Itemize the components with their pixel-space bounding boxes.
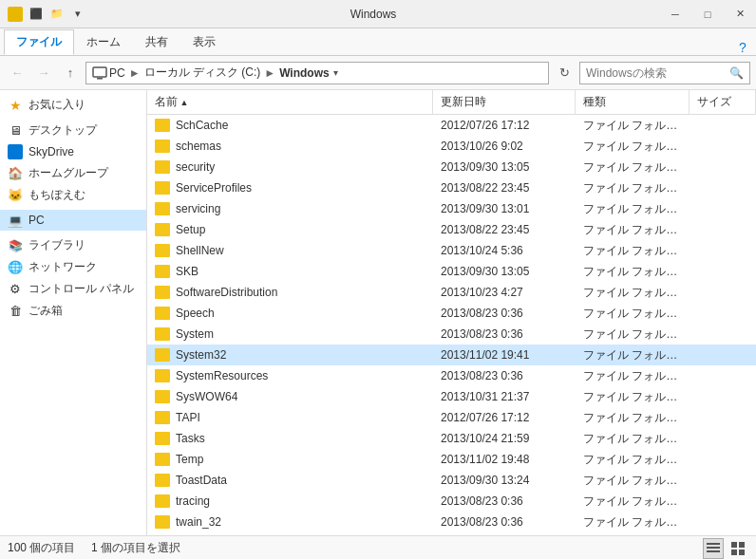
svg-rect-7 (731, 550, 737, 555)
table-row[interactable]: ServiceProfiles 2013/08/22 23:45 ファイル フォ… (147, 177, 756, 198)
folder-icon (155, 140, 170, 153)
file-cell-type: ファイル フォルダー (576, 159, 690, 176)
skydrive-icon (8, 144, 23, 159)
sidebar-item-trash-label: ごみ箱 (28, 303, 63, 319)
svg-rect-5 (731, 542, 737, 548)
maximize-button[interactable]: □ (691, 0, 724, 28)
folder-icon (155, 202, 170, 215)
control-panel-icon (8, 282, 23, 297)
table-row[interactable]: vpnplugins 2013/08/23 0:36 ファイル フォルダー (147, 532, 756, 535)
table-row[interactable]: schemas 2013/10/26 9:02 ファイル フォルダー (147, 136, 756, 157)
tab-view[interactable]: 表示 (180, 29, 228, 55)
minimize-button[interactable]: ─ (659, 0, 691, 28)
sidebar-item-control-panel[interactable]: コントロール パネル (0, 278, 146, 300)
refresh-button[interactable]: ↻ (553, 62, 576, 84)
table-row[interactable]: Setup 2013/08/22 23:45 ファイル フォルダー (147, 219, 756, 240)
sidebar-item-pc-label: PC (28, 214, 45, 227)
sidebar-item-homegroup[interactable]: ホームグループ (0, 162, 146, 184)
file-cell-type: ファイル フォルダー (576, 431, 690, 447)
trash-icon (8, 304, 23, 319)
sidebar-item-pc[interactable]: PC (0, 210, 146, 231)
sidebar-item-skydrive[interactable]: SkyDrive (0, 141, 146, 162)
table-row[interactable]: Tasks 2013/10/24 21:59 ファイル フォルダー (147, 428, 756, 449)
path-segment-windows[interactable]: Windows (279, 66, 330, 80)
library-icon (8, 238, 23, 253)
file-cell-name: System32 (147, 348, 433, 362)
table-row[interactable]: SchCache 2012/07/26 17:12 ファイル フォルダー (147, 115, 756, 136)
file-cell-name: Speech (147, 307, 433, 320)
table-row[interactable]: Speech 2013/08/23 0:36 ファイル フォルダー (147, 303, 756, 324)
pc-path-icon (92, 65, 107, 81)
table-row[interactable]: ToastData 2013/09/30 13:24 ファイル フォルダー (147, 470, 756, 491)
table-row[interactable]: System32 2013/11/02 19:41 ファイル フォルダー (147, 345, 756, 365)
file-cell-type: ファイル フォルダー (576, 285, 690, 301)
sidebar-item-favorites[interactable]: お気に入り (0, 94, 146, 116)
path-segment-drive[interactable]: ローカル ディスク (C:) (144, 65, 261, 81)
table-row[interactable]: security 2013/09/30 13:05 ファイル フォルダー (147, 157, 756, 177)
search-icon[interactable]: 🔍 (729, 66, 744, 80)
folder-icon (155, 515, 170, 529)
svg-rect-2 (707, 543, 720, 545)
svg-rect-8 (739, 550, 745, 555)
search-input[interactable] (586, 66, 729, 80)
file-list[interactable]: SchCache 2012/07/26 17:12 ファイル フォルダー sch… (147, 115, 756, 535)
ribbon-tabs: ファイル ホーム 共有 表示 ? (0, 28, 756, 55)
table-row[interactable]: twain_32 2013/08/23 0:36 ファイル フォルダー (147, 512, 756, 532)
status-view-controls (703, 538, 748, 559)
qat-newfolder-button[interactable]: 📁 (47, 5, 66, 24)
column-header-type[interactable]: 種類 (576, 90, 690, 114)
sidebar-item-network[interactable]: ネットワーク (0, 256, 146, 278)
column-header-name[interactable]: 名前 (147, 90, 433, 114)
column-header-date[interactable]: 更新日時 (433, 90, 576, 114)
svg-rect-0 (93, 67, 106, 77)
file-cell-name: tracing (147, 494, 433, 508)
file-cell-type: ファイル フォルダー (576, 306, 690, 322)
back-button[interactable]: ← (6, 62, 28, 84)
table-row[interactable]: servicing 2013/09/30 13:01 ファイル フォルダー (147, 198, 756, 219)
table-row[interactable]: SoftwareDistribution 2013/10/23 4:27 ファイ… (147, 282, 756, 303)
table-row[interactable]: SysWOW64 2013/10/31 21:37 ファイル フォルダー (147, 386, 756, 407)
table-row[interactable]: ShellNew 2013/10/24 5:36 ファイル フォルダー (147, 240, 756, 261)
tile-view-button[interactable] (728, 538, 748, 559)
tab-file[interactable]: ファイル (4, 29, 74, 55)
table-row[interactable]: SKB 2013/09/30 13:05 ファイル フォルダー (147, 261, 756, 282)
network-icon (8, 260, 23, 275)
file-cell-date: 2013/09/30 13:24 (433, 474, 576, 487)
sidebar-item-desktop[interactable]: デスクトップ (0, 120, 146, 141)
sidebar-item-trash[interactable]: ごみ箱 (0, 300, 146, 322)
help-button[interactable]: ? (733, 40, 752, 55)
file-cell-date: 2013/10/23 4:27 (433, 286, 576, 299)
folder-icon (155, 181, 170, 195)
detail-view-button[interactable] (703, 538, 724, 559)
folder-icon (155, 494, 170, 508)
table-row[interactable]: Temp 2013/11/02 19:48 ファイル フォルダー (147, 449, 756, 470)
file-cell-date: 2013/08/22 23:45 (433, 181, 576, 195)
file-cell-name: Setup (147, 223, 433, 236)
file-cell-type: ファイル フォルダー (576, 452, 690, 468)
sidebar-item-library[interactable]: ライブラリ (0, 234, 146, 256)
folder-icon (155, 286, 170, 299)
tab-share[interactable]: 共有 (133, 29, 180, 55)
up-button[interactable]: ↑ (59, 62, 82, 84)
tab-home[interactable]: ホーム (74, 29, 133, 55)
table-row[interactable]: TAPI 2012/07/26 17:12 ファイル フォルダー (147, 407, 756, 428)
table-row[interactable]: tracing 2013/08/23 0:36 ファイル フォルダー (147, 491, 756, 512)
close-button[interactable]: ✕ (724, 0, 756, 28)
path-dropdown-arrow[interactable]: ▾ (333, 67, 338, 78)
qat-dropdown-button[interactable]: ▾ (68, 5, 87, 24)
forward-button[interactable]: → (32, 62, 55, 84)
table-row[interactable]: SystemResources 2013/08/23 0:36 ファイル フォル… (147, 365, 756, 386)
file-cell-type: ファイル フォルダー (576, 326, 690, 343)
qat-properties-button[interactable]: ⬛ (27, 5, 46, 24)
quick-access-toolbar: ⬛ 📁 ▾ (27, 5, 87, 24)
sidebar-pc-section: PC (0, 210, 146, 231)
table-row[interactable]: System 2013/08/23 0:36 ファイル フォルダー (147, 324, 756, 345)
file-cell-name: ShellNew (147, 244, 433, 257)
file-cell-type: ファイル フォルダー (576, 368, 690, 384)
column-header-size[interactable]: サイズ (690, 90, 756, 114)
sidebar-user-section: デスクトップ SkyDrive ホームグループ もちぽえむ (0, 120, 146, 206)
address-path[interactable]: PC ► ローカル ディスク (C:) ► Windows ▾ (85, 62, 549, 84)
path-segment-pc[interactable]: PC (109, 66, 125, 80)
file-cell-type: ファイル フォルダー (576, 410, 690, 426)
sidebar-item-mochoboebu[interactable]: もちぽえむ (0, 184, 146, 206)
